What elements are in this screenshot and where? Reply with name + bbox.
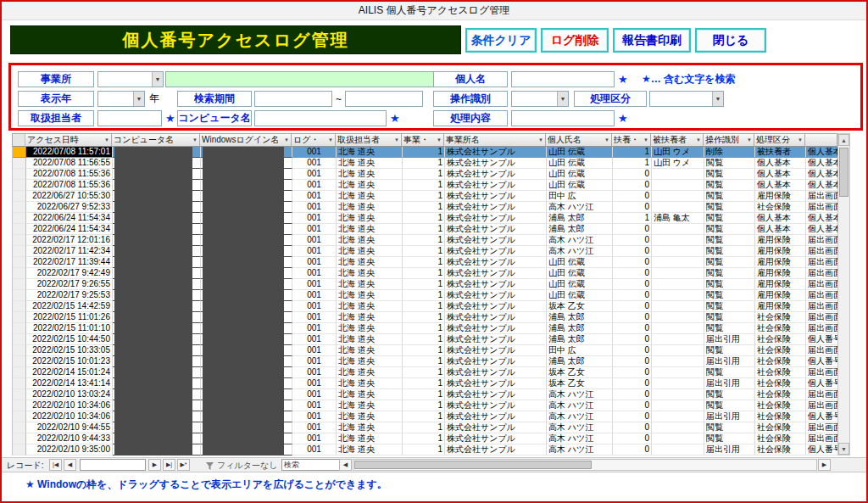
cell-person[interactable]: 高木 ハツ江: [547, 422, 613, 433]
cell-person[interactable]: 高木 ハツ江: [547, 444, 613, 455]
cell-content[interactable]: 個人基本: [806, 169, 838, 180]
cell-datetime[interactable]: 2022/02/10 10:34:06: [26, 411, 113, 422]
cell-dep_flag[interactable]: 0: [613, 334, 652, 345]
cell-operation[interactable]: 閲覧: [704, 367, 755, 378]
cell-office_no[interactable]: 1: [403, 147, 445, 158]
cell-datetime[interactable]: 2022/07/08 11:55:36: [26, 180, 113, 191]
cell-staff[interactable]: 北海 道央: [337, 169, 403, 180]
cell-dep_name[interactable]: [652, 180, 704, 191]
cell-datetime[interactable]: 2022/07/08 11:57:01: [26, 147, 113, 158]
cell-dep_flag[interactable]: 0: [613, 422, 652, 433]
cell-log[interactable]: 001: [292, 279, 337, 290]
table-row[interactable]: 2022/02/17 9:42:49001北海 道央1株式会社サンプル山田 伝蔵…: [13, 268, 837, 279]
cell-dep_flag[interactable]: 0: [613, 444, 652, 455]
cell-content[interactable]: 個人番号: [806, 378, 838, 389]
cell-log[interactable]: 001: [292, 257, 337, 268]
table-row[interactable]: 2022/07/08 11:55:36001北海 道央1株式会社サンプル山田 伝…: [13, 180, 837, 191]
row-selector[interactable]: [13, 246, 26, 257]
cell-staff[interactable]: 北海 道央: [337, 279, 403, 290]
cell-dep_flag[interactable]: 0: [613, 378, 652, 389]
cell-dep_name[interactable]: [652, 400, 704, 411]
cell-content[interactable]: 個人基本: [806, 213, 838, 224]
scroll-left-icon[interactable]: ◀: [339, 459, 352, 471]
cell-office_name[interactable]: 株式会社サンプル: [445, 323, 547, 334]
sort-dropdown-icon[interactable]: ▼: [604, 137, 609, 143]
cell-category[interactable]: 社会保険: [755, 389, 806, 400]
cell-office_no[interactable]: 1: [403, 323, 445, 334]
sort-dropdown-icon[interactable]: ▼: [798, 137, 803, 143]
cell-dep_name[interactable]: [652, 290, 704, 301]
cell-dep_flag[interactable]: 0: [613, 301, 652, 312]
cell-staff[interactable]: 北海 道央: [337, 147, 403, 158]
cell-office_name[interactable]: 株式会社サンプル: [445, 301, 547, 312]
cell-computer[interactable]: [113, 444, 201, 455]
cell-dep_name[interactable]: [652, 279, 704, 290]
cell-office_no[interactable]: 1: [403, 191, 445, 202]
cell-computer[interactable]: [113, 158, 201, 169]
cell-dep_name[interactable]: [652, 246, 704, 257]
cell-person[interactable]: 高木 ハツ江: [547, 411, 613, 422]
cell-content[interactable]: 個人番号: [806, 334, 838, 345]
cell-staff[interactable]: 北海 道央: [337, 191, 403, 202]
cell-dep_flag[interactable]: 0: [613, 235, 652, 246]
cell-person[interactable]: 坂本 乙女: [547, 367, 613, 378]
new-record-button[interactable]: ▶*: [177, 459, 190, 471]
cell-content[interactable]: 個人基本: [806, 147, 838, 158]
vertical-scrollbar-thumb[interactable]: [839, 148, 849, 197]
cell-category[interactable]: 被扶養者: [755, 147, 806, 158]
row-selector[interactable]: [13, 367, 26, 378]
cell-winlogin[interactable]: [201, 433, 292, 444]
cell-log[interactable]: 001: [292, 191, 337, 202]
cell-winlogin[interactable]: [201, 191, 292, 202]
cell-datetime[interactable]: 2022/02/15 11:01:10: [26, 323, 113, 334]
cell-dep_flag[interactable]: 0: [613, 290, 652, 301]
cell-staff[interactable]: 北海 道央: [337, 202, 403, 213]
row-selector[interactable]: [13, 345, 26, 356]
cell-winlogin[interactable]: [201, 213, 292, 224]
cell-office_name[interactable]: 株式会社サンプル: [445, 444, 547, 455]
cell-computer[interactable]: [113, 433, 201, 444]
cell-person[interactable]: 浦島 太郎: [547, 334, 613, 345]
cell-dep_flag[interactable]: 0: [613, 224, 652, 235]
cell-operation[interactable]: 閲覧: [704, 180, 755, 191]
table-row[interactable]: 2022/07/08 11:55:36001北海 道央1株式会社サンプル山田 伝…: [13, 169, 837, 180]
cell-dep_flag[interactable]: 0: [613, 246, 652, 257]
cell-content[interactable]: 個人基本: [806, 158, 838, 169]
cell-computer[interactable]: [113, 279, 201, 290]
cell-office_no[interactable]: 1: [403, 169, 445, 180]
cell-category[interactable]: 雇用保険: [755, 191, 806, 202]
cell-dep_name[interactable]: [652, 235, 704, 246]
table-row[interactable]: 2022/02/14 15:01:24001北海 道央1株式会社サンプル坂本 乙…: [13, 367, 837, 378]
cell-datetime[interactable]: 2022/07/08 11:55:36: [26, 169, 113, 180]
cell-log[interactable]: 001: [292, 246, 337, 257]
cell-person[interactable]: 高木 ハツ江: [547, 433, 613, 444]
table-row[interactable]: 2022/02/15 11:01:26001北海 道央1株式会社サンプル浦島 太…: [13, 312, 837, 323]
cell-computer[interactable]: [113, 312, 201, 323]
cell-office_no[interactable]: 1: [403, 356, 445, 367]
cell-log[interactable]: 001: [292, 235, 337, 246]
cell-dep_name[interactable]: 浦島 亀太: [652, 213, 704, 224]
cell-operation[interactable]: 届出引用: [704, 444, 755, 455]
column-header[interactable]: 事業所名▼: [444, 133, 546, 147]
cell-dep_name[interactable]: [652, 202, 704, 213]
cell-log[interactable]: 001: [292, 290, 337, 301]
column-header[interactable]: Windowsログイン名▼: [200, 133, 292, 147]
chevron-down-icon[interactable]: ▼: [557, 92, 568, 106]
cell-log[interactable]: 001: [292, 378, 337, 389]
cell-staff[interactable]: 北海 道央: [337, 345, 403, 356]
column-header[interactable]: アクセス日時▼: [25, 133, 112, 147]
cell-log[interactable]: 001: [292, 268, 337, 279]
computer-name-input[interactable]: [254, 110, 387, 126]
cell-datetime[interactable]: 2022/02/15 10:44:50: [26, 334, 113, 345]
cell-winlogin[interactable]: [201, 246, 292, 257]
cell-office_no[interactable]: 1: [403, 213, 445, 224]
table-row[interactable]: 2022/02/15 11:01:10001北海 道央1株式会社サンプル浦島 太…: [13, 323, 837, 334]
cell-content[interactable]: 届出画面: [806, 246, 838, 257]
cell-dep_name[interactable]: [652, 356, 704, 367]
cell-office_name[interactable]: 株式会社サンプル: [445, 279, 547, 290]
sort-dropdown-icon[interactable]: ▼: [643, 137, 648, 143]
process-category-select[interactable]: ▼: [649, 91, 724, 107]
cell-office_name[interactable]: 株式会社サンプル: [445, 268, 547, 279]
cell-computer[interactable]: [113, 345, 201, 356]
cell-category[interactable]: 個人基本: [755, 224, 806, 235]
